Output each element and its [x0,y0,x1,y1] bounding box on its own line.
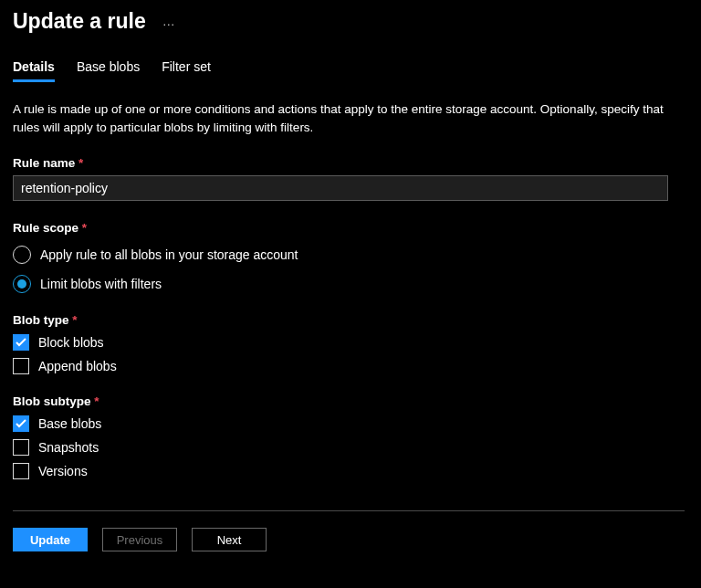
checkbox-append-blobs[interactable]: Append blobs [13,358,685,374]
blob-subtype-label-text: Blob subtype [13,394,91,408]
checkbox-versions[interactable]: Versions [13,463,685,479]
checkbox-label: Versions [38,464,88,478]
description-text: A rule is made up of one or more conditi… [13,100,670,136]
rule-scope-label: Rule scope * [13,221,685,235]
checkbox-label: Snapshots [38,440,99,455]
rule-name-input[interactable] [13,175,668,201]
required-icon: * [78,156,83,170]
tab-base-blobs[interactable]: Base blobs [77,59,140,82]
separator [13,510,685,511]
tab-details[interactable]: Details [13,59,55,82]
required-icon: * [82,221,87,235]
previous-button: Previous [102,528,177,551]
required-icon: * [72,313,77,327]
radio-label: Limit blobs with filters [40,277,162,291]
rule-scope-label-text: Rule scope [13,221,78,235]
checkbox-checked-icon [13,415,29,432]
checkbox-label: Base blobs [38,416,101,431]
radio-circle-icon [13,246,31,264]
checkbox-unchecked-icon [13,463,29,479]
radio-label: Apply rule to all blobs in your storage … [40,247,298,262]
blob-type-label-text: Blob type [13,313,69,327]
checkbox-unchecked-icon [13,358,29,374]
checkbox-label: Append blobs [38,359,117,373]
blob-type-label: Blob type * [13,313,685,327]
tabs: Details Base blobs Filter set [13,59,685,82]
checkbox-block-blobs[interactable]: Block blobs [13,334,685,351]
update-button[interactable]: Update [13,528,88,551]
more-icon[interactable]: … [162,14,176,28]
checkbox-unchecked-icon [13,439,29,456]
tab-filter-set[interactable]: Filter set [162,59,211,82]
checkbox-label: Block blobs [38,335,104,350]
checkbox-checked-icon [13,334,29,351]
blob-subtype-label: Blob subtype * [13,394,685,408]
page-title: Update a rule [13,9,146,34]
rule-name-label: Rule name * [13,156,685,170]
checkbox-base-blobs[interactable]: Base blobs [13,415,685,432]
radio-all-blobs[interactable]: Apply rule to all blobs in your storage … [13,246,685,264]
radio-circle-selected-icon [13,275,31,293]
checkbox-snapshots[interactable]: Snapshots [13,439,685,456]
rule-name-label-text: Rule name [13,156,75,170]
next-button[interactable]: Next [192,528,267,551]
radio-limit-filters[interactable]: Limit blobs with filters [13,275,685,293]
required-icon: * [94,394,99,408]
